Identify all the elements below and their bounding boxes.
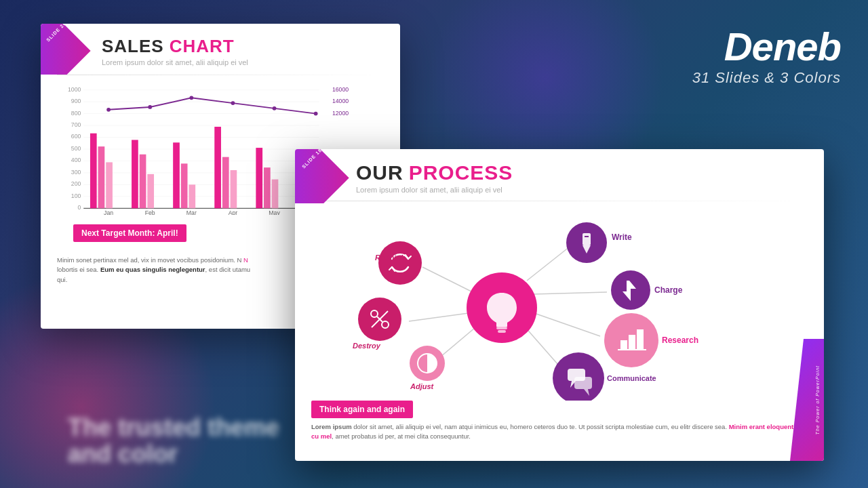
svg-line-59 <box>534 292 607 294</box>
front-ribbon: SLIDE 18 <box>295 149 349 203</box>
bottom-text-1: The trusted theme <box>68 414 279 441</box>
bottom-text-2: and color <box>68 441 279 468</box>
svg-text:600: 600 <box>71 133 81 140</box>
svg-text:200: 200 <box>71 180 81 187</box>
svg-text:Apr: Apr <box>229 209 238 215</box>
svg-rect-36 <box>272 180 279 209</box>
svg-rect-35 <box>264 167 271 208</box>
front-body-text: Lorem ipsum dolor sit amet, alii aliquip… <box>311 422 808 442</box>
svg-text:Jan: Jan <box>104 209 113 215</box>
svg-rect-79 <box>585 236 589 237</box>
svg-text:1000: 1000 <box>68 86 81 93</box>
svg-point-42 <box>189 96 193 100</box>
svg-rect-84 <box>620 340 627 350</box>
svg-text:Mar: Mar <box>186 209 197 215</box>
svg-point-41 <box>148 105 152 109</box>
svg-text:Re-think: Re-think <box>375 253 406 262</box>
svg-text:Write: Write <box>612 232 632 242</box>
back-title-container: SALES CHART <box>102 36 384 57</box>
brand-title: Deneb <box>692 27 841 66</box>
svg-text:Adjust: Adjust <box>410 382 435 390</box>
svg-rect-30 <box>189 184 195 208</box>
svg-text:300: 300 <box>71 169 81 176</box>
branding-area: Deneb 31 Slides & 3 Colors <box>692 27 841 87</box>
svg-text:100: 100 <box>71 192 81 199</box>
svg-text:May: May <box>269 209 280 215</box>
think-box: Think again and again <box>311 401 413 418</box>
svg-rect-33 <box>231 170 237 208</box>
svg-line-58 <box>527 247 570 281</box>
front-subtitle: Lorem ipsum dolor sit amet, alii aliquip… <box>356 186 808 194</box>
svg-point-65 <box>378 241 422 285</box>
back-header: SALES CHART Lorem ipsum dolor sit amet, … <box>41 24 400 72</box>
svg-text:Research: Research <box>662 336 698 345</box>
back-divider <box>57 75 384 75</box>
svg-text:900: 900 <box>71 98 81 104</box>
svg-rect-28 <box>173 142 180 208</box>
svg-text:700: 700 <box>71 121 81 128</box>
back-title-sales: SALES <box>102 36 164 57</box>
front-ribbon-bg <box>295 149 349 203</box>
svg-point-45 <box>314 112 318 116</box>
front-divider <box>311 201 808 201</box>
bottom-blur-area: The trusted theme and color <box>68 414 279 468</box>
back-title-chart: CHART <box>170 36 235 57</box>
svg-text:12000: 12000 <box>332 110 349 117</box>
svg-line-60 <box>532 312 600 336</box>
svg-point-40 <box>106 108 111 112</box>
svg-text:Feb: Feb <box>145 209 155 215</box>
svg-rect-22 <box>90 134 97 209</box>
svg-text:Communicate: Communicate <box>607 374 656 382</box>
svg-rect-34 <box>256 148 262 208</box>
svg-rect-85 <box>629 335 635 350</box>
svg-rect-64 <box>498 330 506 333</box>
svg-rect-27 <box>147 174 154 208</box>
watermark-text: The Power of PowerPoint <box>815 365 820 434</box>
svg-rect-25 <box>132 140 138 208</box>
back-subtitle: Lorem ipsum dolor sit amet, alii aliquip… <box>102 58 384 66</box>
svg-text:Destroy: Destroy <box>353 342 381 350</box>
svg-text:800: 800 <box>71 110 81 117</box>
svg-text:Charge: Charge <box>654 285 683 295</box>
svg-line-61 <box>524 326 563 370</box>
svg-rect-77 <box>583 233 591 245</box>
svg-text:16000: 16000 <box>332 86 349 93</box>
svg-rect-23 <box>98 146 105 208</box>
svg-text:400: 400 <box>71 157 81 163</box>
svg-rect-29 <box>181 163 188 208</box>
process-svg: Re-think Destroy Adjust <box>295 204 824 401</box>
brand-subtitle: 31 Slides & 3 Colors <box>692 69 841 87</box>
front-title-our: OUR <box>356 161 403 184</box>
front-bottom: Think again and again Lorem ipsum dolor … <box>295 401 824 442</box>
svg-text:500: 500 <box>71 145 81 152</box>
svg-line-55 <box>422 267 477 294</box>
process-diagram: Re-think Destroy Adjust <box>295 204 824 401</box>
svg-rect-26 <box>140 155 146 209</box>
svg-text:14000: 14000 <box>332 98 349 104</box>
svg-rect-63 <box>496 327 507 329</box>
svg-rect-92 <box>574 377 592 389</box>
svg-rect-86 <box>637 329 644 350</box>
svg-text:0: 0 <box>78 204 81 211</box>
svg-rect-24 <box>106 162 113 208</box>
front-header: OUR PROCESS Lorem ipsum dolor sit amet, … <box>295 149 824 198</box>
svg-point-44 <box>273 106 277 110</box>
svg-line-56 <box>409 312 473 321</box>
front-title-container: OUR PROCESS <box>356 161 808 184</box>
svg-rect-32 <box>222 157 229 209</box>
svg-point-43 <box>231 101 235 105</box>
front-title-process: PROCESS <box>409 161 513 184</box>
slide-front: SLIDE 18 OUR PROCESS Lorem ipsum dolor s… <box>295 149 824 461</box>
svg-rect-31 <box>214 127 221 208</box>
target-box: Next Target Month: April! <box>73 224 186 242</box>
